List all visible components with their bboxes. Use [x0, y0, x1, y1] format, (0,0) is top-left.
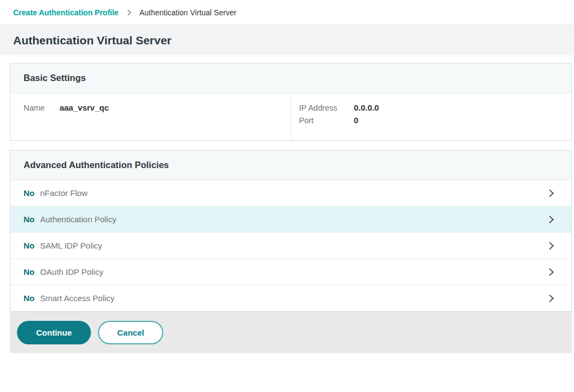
basic-settings-right-column: IP Address 0.0.0.0 Port 0 — [291, 93, 571, 140]
policy-row-text: No Smart Access Policy — [24, 293, 114, 303]
breadcrumb-separator-chevron-icon — [125, 9, 131, 15]
breadcrumb: Create Authentication Profile Authentica… — [0, 0, 574, 25]
name-field: Name aaa_vsrv_qc — [24, 103, 278, 112]
policy-count: No — [24, 215, 37, 224]
policy-row-text: No Authentication Policy — [24, 215, 116, 224]
chevron-right-icon — [546, 189, 554, 197]
policy-count: No — [24, 267, 37, 276]
page-title: Authentication Virtual Server — [13, 34, 561, 47]
port-value: 0 — [354, 116, 358, 125]
policy-label: Smart Access Policy — [40, 293, 114, 303]
basic-settings-left-column: Name aaa_vsrv_qc — [10, 93, 291, 140]
policy-label: OAuth IDP Policy — [40, 267, 104, 276]
basic-settings-body: Name aaa_vsrv_qc IP Address 0.0.0.0 Port… — [10, 93, 571, 140]
policy-label: nFactor Flow — [40, 188, 88, 198]
cancel-button[interactable]: Cancel — [98, 321, 163, 344]
policy-count: No — [24, 188, 37, 198]
policy-count: No — [24, 293, 37, 303]
continue-button[interactable]: Continue — [17, 321, 91, 344]
policy-row-oauth-idp-policy[interactable]: No OAuth IDP Policy — [10, 259, 571, 285]
policy-row-smart-access-policy[interactable]: No Smart Access Policy — [10, 285, 571, 312]
advanced-authentication-policies-panel: Advanced Authentication Policies No nFac… — [10, 150, 572, 312]
policy-list: No nFactor Flow No Authentication Policy… — [10, 180, 571, 312]
chevron-right-icon — [546, 215, 554, 223]
ip-address-field: IP Address 0.0.0.0 — [299, 103, 558, 112]
port-field: Port 0 — [299, 116, 558, 125]
port-label: Port — [299, 116, 354, 125]
policy-row-text: No SAML IDP Policy — [24, 241, 102, 250]
policy-row-nfactor-flow[interactable]: No nFactor Flow — [10, 180, 571, 206]
ip-address-label: IP Address — [299, 103, 354, 112]
breadcrumb-link-create-authentication-profile[interactable]: Create Authentication Profile — [13, 8, 118, 17]
policy-row-text: No OAuth IDP Policy — [24, 267, 104, 276]
policy-row-text: No nFactor Flow — [24, 188, 88, 198]
policy-row-authentication-policy[interactable]: No Authentication Policy — [10, 206, 571, 233]
policy-label: Authentication Policy — [40, 215, 116, 224]
chevron-right-icon — [546, 241, 554, 249]
basic-settings-header: Basic Settings — [10, 64, 571, 93]
advanced-policies-header: Advanced Authentication Policies — [10, 151, 571, 180]
breadcrumb-current: Authentication Virtual Server — [139, 8, 236, 17]
name-value: aaa_vsrv_qc — [60, 103, 109, 112]
action-bar: Continue Cancel — [10, 312, 572, 353]
page-header: Authentication Virtual Server — [0, 25, 574, 55]
ip-address-value: 0.0.0.0 — [354, 103, 379, 112]
advanced-policies-title: Advanced Authentication Policies — [24, 160, 558, 170]
basic-settings-panel: Basic Settings Name aaa_vsrv_qc IP Addre… — [10, 63, 572, 141]
policy-count: No — [24, 241, 37, 250]
policy-label: SAML IDP Policy — [40, 241, 102, 250]
policy-row-saml-idp-policy[interactable]: No SAML IDP Policy — [10, 233, 571, 259]
chevron-right-icon — [546, 294, 554, 302]
name-label: Name — [24, 103, 45, 112]
chevron-right-icon — [546, 268, 554, 275]
basic-settings-title: Basic Settings — [24, 73, 558, 83]
